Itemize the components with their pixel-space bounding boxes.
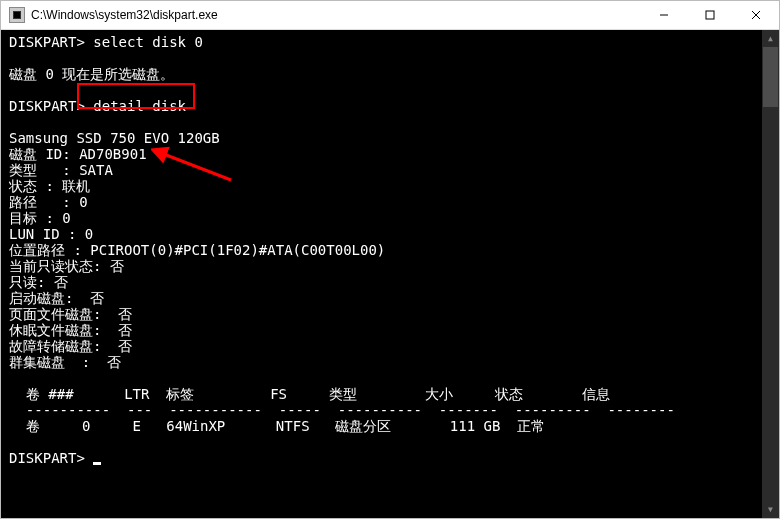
boot-disk: 启动磁盘: 否 (9, 290, 104, 306)
annotation-red-box (77, 83, 195, 109)
disk-model: Samsung SSD 750 EVO 120GB (9, 130, 220, 146)
volume-table-row: 卷 0 E 64WinXP NTFS 磁盘分区 111 GB 正常 (9, 418, 545, 434)
command-select-disk: select disk 0 (93, 34, 203, 50)
hiberfile-disk: 休眠文件磁盘: 否 (9, 322, 132, 338)
prompt: DISKPART> (9, 450, 85, 466)
scroll-thumb[interactable] (763, 47, 778, 107)
disk-lun: LUN ID : 0 (9, 226, 93, 242)
pagefile-disk: 页面文件磁盘: 否 (9, 306, 132, 322)
readonly-state: 当前只读状态: 否 (9, 258, 124, 274)
disk-id: 磁盘 ID: AD70B901 (9, 146, 147, 162)
annotation-arrow-icon (151, 145, 236, 185)
disk-status: 状态 : 联机 (9, 178, 90, 194)
scroll-down-button[interactable]: ▼ (762, 501, 779, 518)
close-button[interactable] (733, 1, 779, 29)
window-title: C:\Windows\system32\diskpart.exe (31, 8, 641, 22)
msg-disk-selected: 磁盘 0 现在是所选磁盘。 (9, 66, 174, 82)
maximize-button[interactable] (687, 1, 733, 29)
volume-table-header: 卷 ### LTR 标签 FS 类型 大小 状态 信息 (9, 386, 610, 402)
crashdump-disk: 故障转储磁盘: 否 (9, 338, 132, 354)
minimize-button[interactable] (641, 1, 687, 29)
terminal-output[interactable]: DISKPART> select disk 0 磁盘 0 现在是所选磁盘。 DI… (1, 30, 779, 518)
scroll-up-button[interactable]: ▲ (762, 30, 779, 47)
volume-table-divider: ---------- --- ----------- ----- -------… (9, 402, 675, 418)
diskpart-window: C:\Windows\system32\diskpart.exe DISKPAR… (0, 0, 780, 519)
svg-rect-1 (14, 12, 20, 18)
disk-path: 路径 : 0 (9, 194, 88, 210)
app-icon (9, 7, 25, 23)
vertical-scrollbar[interactable]: ▲ ▼ (762, 30, 779, 518)
readonly: 只读: 否 (9, 274, 68, 290)
svg-line-7 (161, 153, 231, 180)
disk-location-path: 位置路径 : PCIROOT(0)#PCI(1F02)#ATA(C00T00L0… (9, 242, 385, 258)
prompt: DISKPART> (9, 34, 85, 50)
disk-target: 目标 : 0 (9, 210, 71, 226)
cluster-disk: 群集磁盘 : 否 (9, 354, 121, 370)
titlebar[interactable]: C:\Windows\system32\diskpart.exe (1, 1, 779, 30)
prompt: DISKPART> (9, 98, 85, 114)
cursor (93, 462, 101, 465)
disk-type: 类型 : SATA (9, 162, 113, 178)
svg-rect-3 (706, 11, 714, 19)
